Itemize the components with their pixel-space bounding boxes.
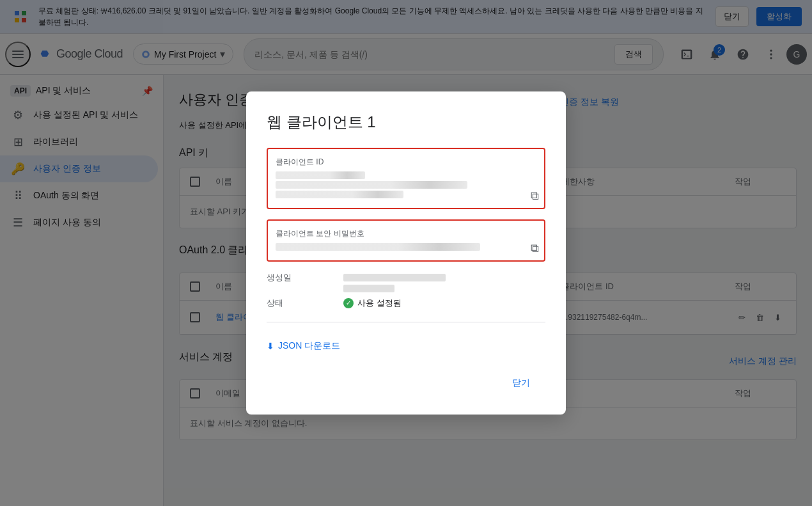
modal-created-row: 생성일 <box>267 272 545 292</box>
download-json-button[interactable]: ⬇ JSON 다운로드 <box>267 335 340 357</box>
modal-status-row: 상태 ✓ 사용 설정됨 <box>267 297 545 309</box>
status-dot: ✓ <box>343 298 354 308</box>
copy-secret-icon[interactable]: ⧉ <box>531 242 539 255</box>
check-icon: ✓ <box>346 299 351 306</box>
download-icon: ⬇ <box>267 341 274 351</box>
modal-client-secret-field: 클라이언트 보안 비밀번호 ⧉ <box>267 219 545 262</box>
modal-client-secret-value <box>276 243 536 251</box>
modal-client-id-box: 클라이언트 ID ⧉ <box>267 148 545 209</box>
modal-footer: 닫기 <box>267 372 545 394</box>
modal-status-label: 상태 <box>267 297 343 309</box>
modal-overlay[interactable]: 웹 클라이언트 1 클라이언트 ID ⧉ 클라이언트 보안 비밀번호 ⧉ <box>0 0 812 506</box>
modal-client-id-value <box>276 171 536 198</box>
modal-close-button[interactable]: 닫기 <box>497 372 545 394</box>
modal-client-secret-box: 클라이언트 보안 비밀번호 ⧉ <box>267 219 545 262</box>
modal-client-id-field: 클라이언트 ID ⧉ <box>267 148 545 209</box>
modal-created-value <box>343 272 446 292</box>
modal-divider <box>267 322 545 322</box>
copy-client-id-icon[interactable]: ⧉ <box>531 189 539 203</box>
modal-dialog: 웹 클라이언트 1 클라이언트 ID ⧉ 클라이언트 보안 비밀번호 ⧉ <box>246 91 566 415</box>
modal-client-id-label: 클라이언트 ID <box>276 157 536 168</box>
modal-title: 웹 클라이언트 1 <box>267 112 545 132</box>
modal-created-label: 생성일 <box>267 272 343 292</box>
modal-client-secret-label: 클라이언트 보안 비밀번호 <box>276 228 536 239</box>
modal-status-value: ✓ 사용 설정됨 <box>343 297 402 309</box>
